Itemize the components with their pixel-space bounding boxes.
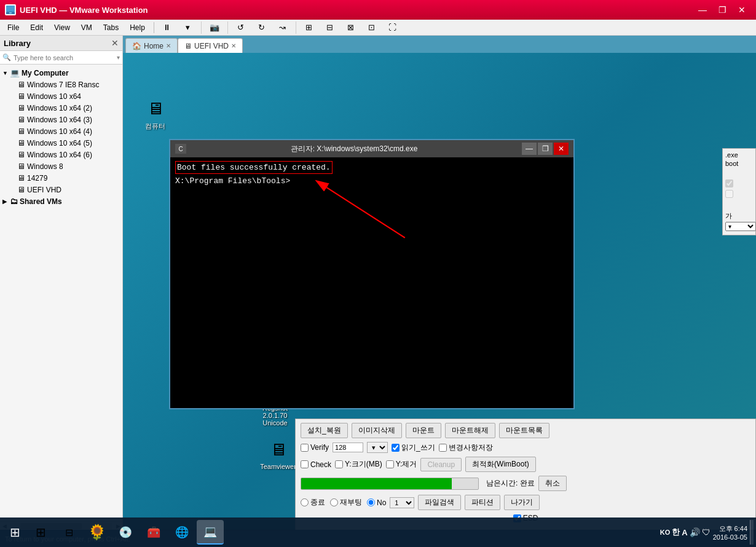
toolbar-snapshot-btn[interactable]: 📷 [205, 21, 224, 34]
btn-mount-list[interactable]: 마운트목록 [499, 423, 549, 438]
tree-item-win8[interactable]: 🖥 Windows 8 [0, 160, 122, 172]
search-icon: 🔍 [2, 53, 11, 61]
lang-han: 한 [672, 527, 680, 538]
cmd-minimize-btn[interactable]: — [522, 143, 537, 155]
menu-view[interactable]: View [49, 22, 75, 33]
tree-item-win7[interactable]: 🖥 Windows 7 IE8 Ransc [0, 79, 122, 90]
sidebar-close-button[interactable]: ✕ [111, 38, 119, 48]
desktop-icon-computer[interactable]: 🖥 컴퓨터 [132, 96, 178, 131]
radio-end[interactable]: 종료 [301, 497, 325, 508]
tree-item-shared[interactable]: ▶ 🗂 Shared VMs [0, 195, 122, 207]
start-button[interactable]: ⊞ [2, 520, 27, 545]
optimize-btn[interactable]: 최적화(WimBoot) [465, 457, 536, 472]
btn-install-restore[interactable]: 설치_복원 [301, 423, 348, 438]
tree-item-14279[interactable]: 🖥 14279 [0, 172, 122, 184]
minimize-button[interactable]: — [693, 2, 712, 17]
tab-uefivhd[interactable]: 🖥 UEFI VHD ✕ [178, 38, 243, 53]
tab-home-label: Home [144, 42, 163, 50]
toolbar-view4-btn[interactable]: ⊡ [363, 21, 381, 34]
close-button[interactable]: ✕ [733, 2, 751, 17]
btn-image-delete[interactable]: 이미지삭제 [352, 423, 402, 438]
radio-no-input[interactable] [367, 498, 375, 506]
menu-help[interactable]: Help [125, 22, 150, 33]
taskbar-item-6[interactable]: 🌐 [168, 520, 195, 545]
taskbar-item-5[interactable]: 🧰 [140, 520, 167, 545]
next-btn[interactable]: 나가기 [504, 495, 540, 510]
toolbar-redo-btn[interactable]: ↻ [253, 21, 271, 34]
taskbar-item-7[interactable]: 💻 [197, 520, 224, 545]
cmd-restore-btn[interactable]: ❐ [538, 143, 553, 155]
toolbar-dropdown-btn[interactable]: ▾ [179, 21, 197, 34]
verify-checkbox[interactable] [301, 444, 309, 452]
taskbar-item-2[interactable]: ⊟ [55, 520, 82, 545]
tree-item-uefivhd[interactable]: 🖥 UEFI VHD [0, 184, 122, 195]
num-action-select[interactable]: 1 [390, 497, 414, 508]
menu-tabs[interactable]: Tabs [98, 22, 124, 33]
search-chevron-icon[interactable]: ▾ [117, 54, 120, 61]
toolbar-view1-btn[interactable]: ⊞ [300, 21, 318, 34]
file-search-btn[interactable]: 파일검색 [418, 495, 461, 510]
toolbar-fullscreen-btn[interactable]: ⛶ [384, 21, 402, 34]
bg-dialog-select[interactable]: ▾ [725, 222, 753, 231]
toolbar-view3-btn[interactable]: ⊠ [342, 21, 360, 34]
btn-unmount[interactable]: 마운트해제 [445, 423, 495, 438]
taskbar-item-4[interactable]: 💿 [112, 520, 139, 545]
taskbar: ⊞ ⊞ ⊟ 🌻 💿 🧰 🌐 💻 KO 한 A 🔊 🛡 오후 6:44 2016-… [0, 517, 756, 547]
tab-uefivhd-close[interactable]: ✕ [231, 42, 236, 49]
tree-item-mycomputer[interactable]: ▼ 💻 My Computer [0, 67, 122, 79]
tree-item-win10-6[interactable]: 🖥 Windows 10 x64 (6) [0, 149, 122, 160]
btn-mount[interactable]: 마운트 [406, 423, 441, 438]
tab-home[interactable]: 🏠 Home ✕ [125, 38, 178, 53]
ysize-checkbox[interactable] [335, 460, 343, 468]
bg-dialog-text2: boot [725, 160, 753, 167]
cleanup-btn[interactable]: Cleanup [420, 458, 462, 471]
cancel-btn[interactable]: 취소 [538, 476, 567, 491]
cmd-close-btn[interactable]: ✕ [554, 143, 569, 155]
radio-reboot-input[interactable] [330, 498, 338, 506]
toolbar-forward-btn[interactable]: ↝ [274, 21, 292, 34]
taskbar-item-1[interactable]: ⊞ [27, 520, 54, 545]
vm-icon: 🖥 [17, 92, 25, 101]
desktop-icon-teamviewer[interactable]: 🖥 Teamviewer [255, 437, 301, 470]
menu-vm[interactable]: VM [76, 22, 97, 33]
toolbar-view2-btn[interactable]: ⊟ [321, 21, 339, 34]
show-desktop[interactable] [750, 520, 754, 545]
radio-no[interactable]: No [367, 498, 386, 507]
tree-item-win10-1[interactable]: 🖥 Windows 10 x64 [0, 90, 122, 102]
tree-item-win10-5[interactable]: 🖥 Windows 10 x64 (5) [0, 137, 122, 149]
toolbar-undo-btn[interactable]: ↺ [232, 21, 250, 34]
readwrite-checkbox[interactable] [392, 444, 400, 452]
systray-icon2[interactable]: 🛡 [702, 527, 711, 537]
toolbar-pause-btn[interactable]: ⏸ [158, 21, 176, 34]
radio-no-label: No [377, 498, 386, 507]
toolbar-divider-2 [227, 22, 228, 34]
bg-dialog-text1: .exe [725, 151, 753, 159]
clock-time: 오후 6:44 [713, 524, 747, 533]
readwrite-checkbox-group: 읽기_쓰기 [392, 443, 435, 453]
restore-button[interactable]: ❐ [713, 2, 731, 17]
num-select[interactable]: ▾ [367, 442, 388, 453]
radio-reboot[interactable]: 재부팅 [330, 497, 362, 508]
systray-icon1[interactable]: 🔊 [690, 527, 700, 537]
tree-item-win10-4[interactable]: 🖥 Windows 10 x64 (4) [0, 125, 122, 137]
search-input[interactable] [14, 54, 117, 61]
taskbar-items: ⊞ ⊟ 🌻 💿 🧰 🌐 💻 [27, 520, 660, 545]
vm-icon: 🖥 [17, 115, 25, 124]
num-input[interactable]: 128 [333, 443, 363, 452]
menu-file[interactable]: File [2, 22, 24, 33]
check-checkbox-group: Check [301, 460, 331, 469]
radio-end-input[interactable] [301, 498, 309, 506]
taskbar-item-3[interactable]: 🌻 [84, 520, 111, 545]
savechanges-checkbox[interactable] [439, 444, 447, 452]
tab-home-close[interactable]: ✕ [166, 42, 171, 49]
cmd-icon: C [175, 144, 186, 154]
ysize-label: Y:크기(MB) [345, 459, 382, 470]
ysize-checkbox-group: Y:크기(MB) [335, 459, 382, 470]
expand-icon: ▼ [2, 70, 10, 76]
check-checkbox[interactable] [301, 460, 309, 468]
menu-edit[interactable]: Edit [25, 22, 48, 33]
partition-btn[interactable]: 파티션 [465, 495, 500, 510]
yremove-checkbox[interactable] [386, 460, 394, 468]
tree-item-win10-2[interactable]: 🖥 Windows 10 x64 (2) [0, 102, 122, 114]
tree-item-win10-3[interactable]: 🖥 Windows 10 x64 (3) [0, 114, 122, 125]
